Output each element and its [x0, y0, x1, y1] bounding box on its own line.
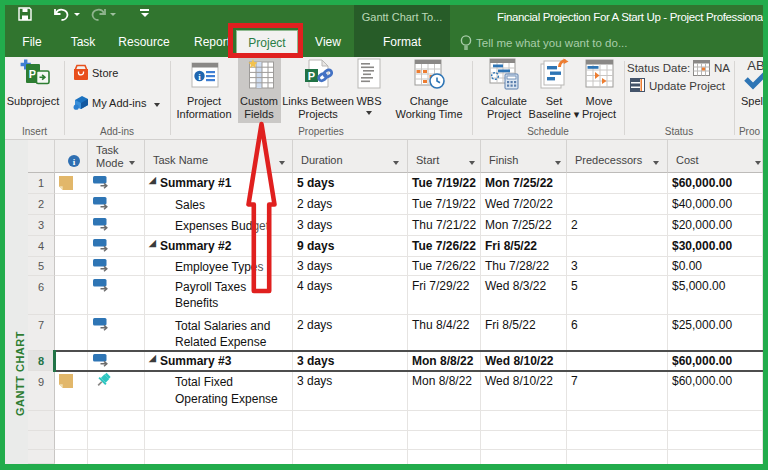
svg-text:AB: AB: [747, 58, 763, 73]
svg-text:P: P: [29, 68, 36, 80]
svg-text:P: P: [308, 70, 315, 82]
